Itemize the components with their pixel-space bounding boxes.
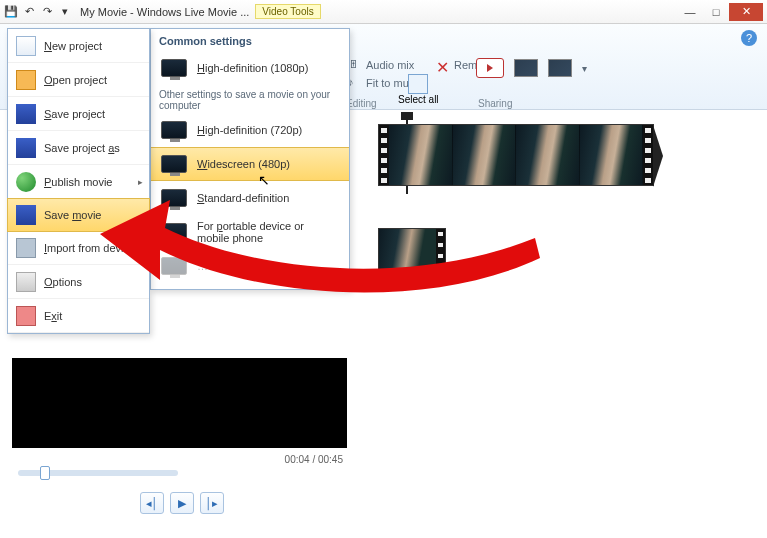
file-menu: New project Open project Save project Sa… — [7, 28, 150, 334]
quick-access-toolbar: 💾 ↶ ↷ ▾ — [4, 5, 72, 19]
audio-mix-icon: 🎚 — [348, 58, 362, 72]
submenu-label: High-definition (1080p) — [197, 62, 308, 74]
menu-label: Publish movie — [44, 176, 112, 188]
play-button[interactable]: ▶ — [170, 492, 194, 514]
submenu-label: For portable device or mobile phone — [197, 220, 339, 244]
window-title: My Movie - Windows Live Movie ... — [80, 6, 249, 18]
import-icon — [16, 238, 36, 258]
menu-label: Save movie — [44, 209, 102, 221]
submenu-hd-720p[interactable]: High-definition (720p) — [151, 113, 349, 147]
film-sprocket-right — [643, 125, 653, 185]
save-as-icon — [16, 138, 36, 158]
new-project-icon — [16, 36, 36, 56]
playback-time: 00:04 / 00:45 — [12, 452, 347, 467]
editing-group-label: Editing — [346, 98, 377, 109]
timeline-clip-1[interactable] — [378, 124, 654, 186]
submenu-portable-device[interactable]: For portable device or mobile phone — [151, 215, 349, 249]
menu-exit[interactable]: Exit — [8, 299, 149, 333]
submenu-hd-1080p[interactable]: High-definition (1080p) — [151, 51, 349, 85]
save-movie-submenu: Common settings High-definition (1080p) … — [150, 28, 350, 290]
maximize-button[interactable]: □ — [703, 3, 729, 21]
menu-save-project[interactable]: Save project — [8, 97, 149, 131]
submenu-widescreen-480p[interactable]: Widescreen (480p) — [151, 147, 349, 181]
remove-icon: ✕ — [436, 58, 450, 72]
audio-mix-button[interactable]: 🎚Audio mix — [348, 58, 422, 72]
timeline-clip-2[interactable] — [378, 228, 446, 284]
film-sprocket-left — [379, 125, 389, 185]
titlebar: 💾 ↶ ↷ ▾ My Movie - Windows Live Movie ..… — [0, 0, 767, 24]
menu-save-project-as[interactable]: Save project as — [8, 131, 149, 165]
qat-redo-icon[interactable]: ↷ — [40, 5, 54, 19]
menu-publish-movie[interactable]: Publish movie▸ — [8, 165, 149, 199]
share-thumb-2[interactable] — [548, 59, 572, 77]
close-button[interactable]: ✕ — [729, 3, 763, 21]
monitor-icon — [161, 223, 187, 241]
monitor-icon — [161, 59, 187, 77]
clip-frames — [389, 125, 643, 185]
menu-label: Save project as — [44, 142, 120, 154]
playback-controls: ◂│ ▶ │▸ — [140, 492, 224, 514]
submenu-label: Standard-definition — [197, 192, 289, 204]
menu-import-device[interactable]: Import from device — [8, 231, 149, 265]
select-all-button[interactable]: Select all — [398, 74, 439, 105]
save-project-icon — [16, 104, 36, 124]
submenu-arrow-icon: ▸ — [138, 177, 143, 187]
monitor-icon — [161, 155, 187, 173]
submenu-label: … — [197, 260, 208, 272]
monitor-icon — [161, 121, 187, 139]
monitor-icon — [161, 257, 187, 275]
qat-save-icon[interactable]: 💾 — [4, 5, 18, 19]
submenu-more[interactable]: … — [151, 249, 349, 283]
next-frame-button[interactable]: │▸ — [200, 492, 224, 514]
save-movie-icon — [16, 205, 36, 225]
menu-new-project[interactable]: New project — [8, 29, 149, 63]
submenu-header-common: Common settings — [151, 29, 349, 51]
menu-label: Open project — [44, 74, 107, 86]
qat-undo-icon[interactable]: ↶ — [22, 5, 36, 19]
ribbon-sharing-group: ▾ — [476, 58, 587, 78]
menu-label: Save project — [44, 108, 105, 120]
youtube-button[interactable] — [476, 58, 504, 78]
submenu-label: Widescreen (480p) — [197, 158, 290, 170]
submenu-label: High-definition (720p) — [197, 124, 302, 136]
sharing-group-label: Sharing — [478, 98, 512, 109]
menu-label: New project — [44, 40, 102, 52]
video-preview[interactable] — [12, 358, 347, 448]
seek-slider[interactable] — [18, 470, 178, 476]
film-sprocket-right — [436, 229, 445, 283]
help-button[interactable]: ? — [741, 30, 757, 46]
menu-label: Import from device — [44, 242, 135, 254]
menu-options[interactable]: Options — [8, 265, 149, 299]
select-all-label: Select all — [398, 94, 439, 105]
audio-mix-label: Audio mix — [366, 59, 414, 71]
sharing-dropdown-icon[interactable]: ▾ — [582, 63, 587, 74]
menu-save-movie[interactable]: Save movie — [7, 198, 150, 232]
prev-frame-button[interactable]: ◂│ — [140, 492, 164, 514]
exit-icon — [16, 306, 36, 326]
seek-knob[interactable] — [40, 466, 50, 480]
select-all-icon — [408, 74, 428, 94]
qat-dropdown-icon[interactable]: ▾ — [58, 5, 72, 19]
fit-music-icon: ♪ — [348, 76, 362, 90]
clip-frame — [379, 229, 436, 283]
open-project-icon — [16, 70, 36, 90]
menu-label: Exit — [44, 310, 62, 322]
menu-label: Options — [44, 276, 82, 288]
monitor-icon — [161, 189, 187, 207]
mouse-cursor-icon: ↖ — [258, 172, 270, 188]
options-icon — [16, 272, 36, 292]
submenu-header-other: Other settings to save a movie on your c… — [151, 85, 349, 113]
clip-endcap-icon — [653, 125, 663, 187]
window-buttons: — □ ✕ — [677, 3, 763, 21]
menu-open-project[interactable]: Open project — [8, 63, 149, 97]
submenu-standard-definition[interactable]: Standard-definition — [151, 181, 349, 215]
publish-icon — [16, 172, 36, 192]
video-tools-tab[interactable]: Video Tools — [255, 4, 320, 19]
minimize-button[interactable]: — — [677, 3, 703, 21]
share-thumb-1[interactable] — [514, 59, 538, 77]
